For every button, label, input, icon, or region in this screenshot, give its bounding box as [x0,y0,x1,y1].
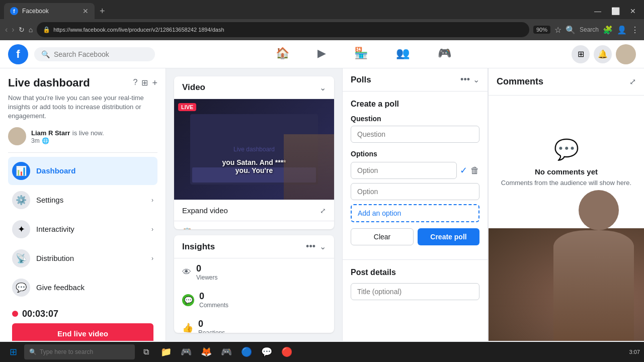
browser-search-icon[interactable]: 🔍 [566,25,576,35]
sidebar-item-feedback[interactable]: 💬 Give feedback [8,274,157,302]
post-details-section: Post details [343,259,488,308]
taskbar-store[interactable]: 🎮 [177,343,195,361]
comments-label: Comments [199,302,228,309]
sidebar-item-interactivity[interactable]: ✦ Interactivity › [8,215,157,243]
option-2-input[interactable] [351,183,479,200]
option-1-input[interactable] [351,162,457,179]
reactions-label: Reactions [198,329,225,333]
taskbar-search-icon: 🔍 [29,348,37,355]
video-panel-chevron-icon[interactable]: ⌄ [319,83,326,93]
user-time: 3m [31,137,40,144]
live-subtitle: Now that you're live you can see your re… [8,94,157,121]
taskbar-search-input[interactable] [40,348,130,355]
video-container: Live dashboard LIVE you Satan. And **** … [174,99,334,200]
fb-logo[interactable]: f [8,44,28,64]
forward-button[interactable]: › [12,25,14,34]
help-icon[interactable]: ? [133,78,138,88]
nav-bar: ‹ › ↻ ⌂ 🔒 https://www.facebook.com/live/… [0,19,644,40]
dashboard-icon: 📊 [12,162,30,180]
lock-icon: 🔒 [43,26,50,33]
fb-nav-store[interactable]: 🏪 [340,43,382,65]
browser-search-text[interactable]: Search [580,26,599,33]
polls-chevron-icon[interactable]: ⌄ [473,75,479,84]
expand-video-button[interactable]: Expand video ⤢ [174,200,334,221]
taskbar-time: 3:07 [629,349,640,355]
settings-chevron-icon: › [151,197,153,204]
sidebar-item-settings[interactable]: ⚙️ Settings › [8,186,157,214]
create-poll-button[interactable]: Create poll [418,228,479,245]
fb-apps-button[interactable]: ⊞ [572,45,590,63]
taskbar-taskview[interactable]: ⧉ [137,343,155,361]
option-1-check-icon[interactable]: ✓ [460,165,467,176]
interactivity-label: Interactivity [36,225,145,233]
viewers-count: 0 [196,263,217,274]
address-bar[interactable]: 🔒 https://www.facebook.com/live/producer… [37,22,529,37]
taskbar-firefox[interactable]: 🦊 [197,343,215,361]
comments-count: 0 [199,291,228,302]
layout-icon[interactable]: ⊞ [141,78,148,88]
fb-search-input[interactable] [54,50,148,58]
tab-close-icon[interactable]: ✕ [83,7,89,15]
comments-empty-title: No comments yet [535,167,598,176]
new-tab-button[interactable]: + [97,6,108,17]
fb-nav-games[interactable]: 🎮 [424,43,465,65]
distribution-chevron-icon: › [151,255,153,262]
end-live-button[interactable]: End live video [12,323,153,341]
home-button[interactable]: ⌂ [29,26,33,34]
close-window-button[interactable]: ✕ [626,5,640,17]
create-poll-title: Create a poll [351,100,479,109]
taskbar-steam[interactable]: 🎮 [217,343,235,361]
comments-empty-icon: 💬 [554,138,579,161]
polls-more-icon[interactable]: ••• [460,74,470,85]
event-logs-button[interactable]: 📋 Event logs [174,221,334,229]
clear-poll-button[interactable]: Clear [351,228,414,245]
taskbar-chrome[interactable]: 🔵 [237,343,256,361]
fb-nav-home[interactable]: 🏠 [262,43,303,65]
sync-icon[interactable]: 👤 [617,25,627,35]
polls-header: Polls ••• ⌄ [343,68,488,92]
zoom-badge: 90% [533,26,550,34]
fb-actions: ⊞ 🔔 [572,44,636,64]
add-icon[interactable]: + [152,78,157,88]
post-title-input[interactable] [351,283,479,300]
taskbar-search-bar[interactable]: 🔍 [24,344,135,359]
start-button[interactable]: ⊞ [4,343,22,361]
insights-header: Insights ••• ⌄ [174,235,334,258]
fb-notifications-button[interactable]: 🔔 [594,45,612,63]
sidebar-item-dashboard[interactable]: 📊 Dashboard [8,157,157,185]
comments-metric: 💬 0 Comments [174,286,334,314]
browser-tab[interactable]: f Facebook ✕ [4,3,95,19]
taskbar-explorer[interactable]: 📁 [157,343,175,361]
fb-avatar[interactable] [616,44,636,64]
option-2-row [351,183,479,200]
extensions-icon[interactable]: 🧩 [603,25,613,35]
maximize-button[interactable]: ⬜ [607,5,624,17]
video-panel: Video ⌄ Live dashboard LIVE you Satan. A… [174,76,334,229]
insights-more-icon[interactable]: ••• [306,241,315,252]
more-options-icon[interactable]: ⋮ [631,25,639,35]
browser-chrome: f Facebook ✕ + — ⬜ ✕ ‹ › ↻ ⌂ 🔒 https://w… [0,0,644,40]
comments-expand-icon[interactable]: ⤢ [629,77,636,86]
taskbar-app-2[interactable]: 🔴 [278,343,296,361]
fb-nav-video[interactable]: ▶ [303,43,340,65]
fb-nav-people[interactable]: 👥 [382,43,424,65]
option-1-delete-icon[interactable]: 🗑 [470,165,479,176]
insights-chevron-icon[interactable]: ⌄ [319,242,326,251]
fb-search-icon: 🔍 [41,50,50,58]
user-name: Liam R Starr [31,129,70,137]
fb-search-bar[interactable]: 🔍 [34,47,155,61]
timer-section: 00:03:07 [8,303,157,323]
add-option-button[interactable]: Add an option [351,204,479,222]
fb-header: f 🔍 🏠 ▶ 🏪 👥 🎮 ⊞ 🔔 [0,40,644,68]
sidebar-item-distribution[interactable]: 📡 Distribution › [8,244,157,273]
reload-button[interactable]: ↻ [19,26,25,34]
video-panel-title: Video [182,82,319,93]
question-input[interactable] [351,126,479,143]
taskbar-app-1[interactable]: 💬 [258,343,276,361]
viewers-icon: 👁 [182,267,191,278]
bookmark-icon[interactable]: ☆ [554,25,561,35]
settings-label: Settings [36,196,145,204]
minimize-button[interactable]: — [590,5,605,17]
comments-empty-text: Comments from the audience will show her… [501,179,631,187]
back-button[interactable]: ‹ [5,25,8,34]
